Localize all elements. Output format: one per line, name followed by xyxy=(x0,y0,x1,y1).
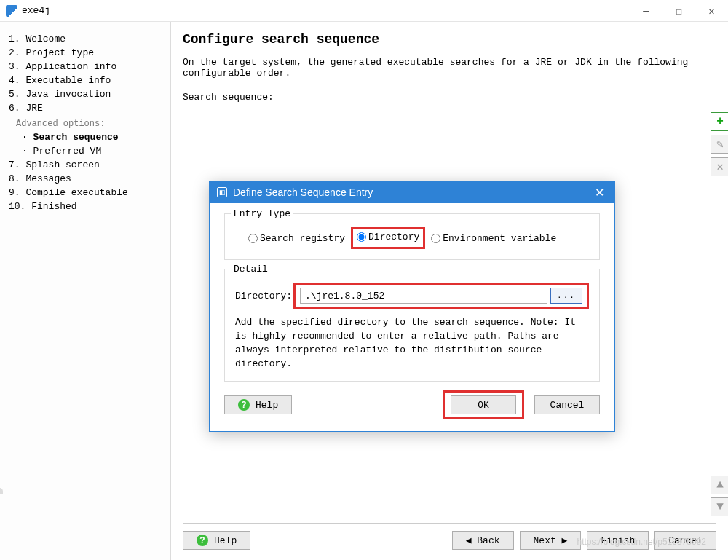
dialog-help-label: Help xyxy=(256,400,278,411)
step-jre[interactable]: 6. JRE xyxy=(9,101,162,115)
directory-input[interactable] xyxy=(300,288,547,304)
step-finished[interactable]: 10. Finished xyxy=(9,200,162,213)
step-welcome[interactable]: 1. Welcome xyxy=(9,32,162,46)
step-messages[interactable]: 8. Messages xyxy=(9,172,162,186)
substep-preferred-vm[interactable]: · Preferred VM xyxy=(9,144,162,158)
entry-type-group: Entry Type Search registry Directory Env… xyxy=(224,213,600,260)
advanced-options-header: Advanced options: xyxy=(9,115,162,130)
titlebar: exe4j — ☐ ✕ xyxy=(0,0,728,22)
next-button[interactable]: Next ▶ xyxy=(520,531,582,550)
page-title: Configure search sequence xyxy=(183,32,716,47)
close-button[interactable]: ✕ xyxy=(695,0,728,22)
back-button[interactable]: ◀ Back xyxy=(452,531,514,550)
radio-env-label: Environment variable xyxy=(443,233,556,244)
edit-entry-button[interactable]: ✎ xyxy=(711,135,728,154)
step-compile-executable[interactable]: 9. Compile executable xyxy=(9,186,162,200)
window-title: exe4j xyxy=(22,5,50,16)
substep-search-sequence[interactable]: · Search sequence xyxy=(9,130,162,144)
detail-group: Detail Directory: ... Add the specified … xyxy=(224,269,600,382)
define-search-sequence-dialog: ◧ Define Search Sequence Entry ✕ Entry T… xyxy=(209,181,615,432)
app-icon xyxy=(6,5,17,17)
browse-button[interactable]: ... xyxy=(550,288,582,304)
page-description: On the target system, the generated exec… xyxy=(183,57,716,79)
help-icon: ? xyxy=(238,399,250,411)
step-application-info[interactable]: 3. Application info xyxy=(9,60,162,74)
dialog-titlebar: ◧ Define Search Sequence Entry ✕ xyxy=(210,181,614,203)
radio-environment-variable[interactable]: Environment variable xyxy=(431,233,556,244)
entry-type-legend: Entry Type xyxy=(231,208,293,219)
move-down-button[interactable]: ▼ xyxy=(711,497,728,516)
radio-directory[interactable]: Directory xyxy=(357,232,419,242)
dialog-help-button[interactable]: ? Help xyxy=(224,395,292,414)
help-icon: ? xyxy=(197,535,208,546)
move-up-button[interactable]: ▲ xyxy=(711,476,728,494)
dialog-icon: ◧ xyxy=(217,187,227,197)
help-label: Help xyxy=(214,535,237,546)
add-entry-button[interactable]: + xyxy=(711,112,728,131)
dialog-title: Define Search Sequence Entry xyxy=(233,186,373,198)
step-java-invocation[interactable]: 5. Java invocation xyxy=(9,87,162,101)
wizard-sidebar: 1. Welcome 2. Project type 3. Applicatio… xyxy=(0,22,171,560)
step-executable-info[interactable]: 4. Executable info xyxy=(9,74,162,87)
detail-legend: Detail xyxy=(231,264,271,275)
exe4j-logo: exe4j xyxy=(0,487,4,553)
radio-directory-label: Directory xyxy=(368,232,419,242)
directory-label: Directory: xyxy=(235,291,292,301)
step-project-type[interactable]: 2. Project type xyxy=(9,46,162,60)
maximize-button[interactable]: ☐ xyxy=(662,0,695,22)
radio-search-registry[interactable]: Search registry xyxy=(248,233,345,244)
radio-registry-label: Search registry xyxy=(260,233,345,244)
watermark: https://blog.csdn.net/p510375092 xyxy=(577,537,706,547)
remove-entry-button[interactable]: ✕ xyxy=(711,157,728,176)
dialog-close-button[interactable]: ✕ xyxy=(592,186,607,200)
help-button[interactable]: ? Help xyxy=(183,531,250,550)
step-splash-screen[interactable]: 7. Splash screen xyxy=(9,158,162,172)
ok-button[interactable]: OK xyxy=(451,395,516,414)
search-sequence-label: Search sequence: xyxy=(183,92,716,103)
dialog-cancel-button[interactable]: Cancel xyxy=(534,395,600,414)
minimize-button[interactable]: — xyxy=(630,0,662,22)
detail-note: Add the specified directory to the searc… xyxy=(235,316,589,371)
